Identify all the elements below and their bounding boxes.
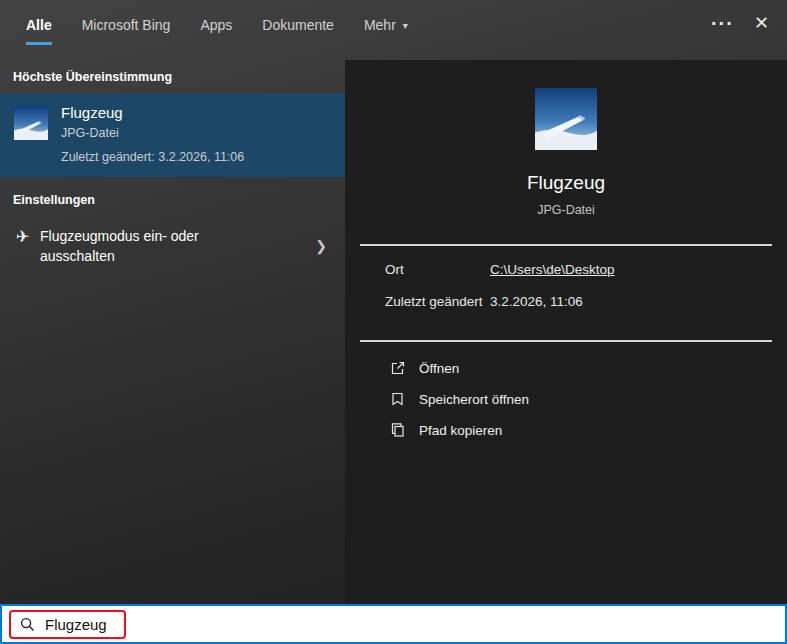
preview-panel: Flugzeug JPG-Datei Ort C:\Users\de\Deskt… [345,60,787,604]
field-label: Zuletzt geändert [385,294,490,309]
results-panel: Höchste Übereinstimmung [0,60,345,604]
file-location-link[interactable]: C:\Users\de\Desktop [490,262,615,277]
tab-dokumente[interactable]: Dokumente [262,17,334,45]
file-thumbnail-icon [14,106,48,140]
search-bar[interactable]: Flugzeug [0,604,787,644]
topbar-actions: ··· ✕ [711,13,769,33]
action-open-file-location[interactable]: Speicherort öffnen [390,391,787,407]
tab-label: Apps [200,17,232,33]
preview-subtitle: JPG-Datei [345,203,787,217]
best-match-text: Flugzeug JPG-Datei Zuletzt geändert: 3.2… [61,104,244,164]
field-row-location: Ort C:\Users\de\Desktop [385,262,763,277]
airplane-icon: ✈ [16,227,40,246]
tab-apps[interactable]: Apps [200,17,232,45]
file-details: Ort C:\Users\de\Desktop Zuletzt geändert… [345,246,787,330]
tabs-row: Alle Microsoft Bing Apps Dokumente Mehr … [0,0,787,60]
preview-title: Flugzeug [345,172,787,194]
action-open[interactable]: Öffnen [390,360,787,376]
best-match-title: Flugzeug [61,104,244,121]
action-label: Speicherort öffnen [419,392,529,407]
copy-icon [390,422,406,438]
search-input[interactable]: Flugzeug [45,616,107,633]
tab-label: Dokumente [262,17,334,33]
best-match-filetype: JPG-Datei [61,126,244,140]
action-label: Öffnen [419,361,459,376]
settings-item-label: Flugzeugmodus ein- oder ausschalten [40,226,230,267]
more-options-button[interactable]: ··· [711,13,734,33]
preview-thumbnail [535,88,597,150]
best-match-modified: Zuletzt geändert: 3.2.2026, 11:06 [61,150,244,164]
tab-alle[interactable]: Alle [26,17,52,45]
tab-label: Microsoft Bing [82,17,171,33]
settings-item-flugzeugmodus[interactable]: ✈ Flugzeugmodus ein- oder ausschalten ❯ [0,216,345,277]
settings-header: Einstellungen [0,183,345,216]
open-icon [390,360,406,376]
close-button[interactable]: ✕ [754,14,769,32]
field-row-modified: Zuletzt geändert 3.2.2026, 11:06 [385,294,763,309]
action-list: Öffnen Speicherort öffnen Pfad kopier [345,342,787,438]
action-label: Pfad kopieren [419,423,502,438]
field-label: Ort [385,262,490,277]
chevron-down-icon: ▾ [403,20,408,31]
tab-microsoft-bing[interactable]: Microsoft Bing [82,17,171,45]
annotation-highlight-box: Flugzeug [9,610,126,639]
tab-label: Mehr [364,17,396,33]
windows-search-flyout: Alle Microsoft Bing Apps Dokumente Mehr … [0,0,787,644]
action-copy-path[interactable]: Pfad kopieren [390,422,787,438]
field-value: 3.2.2026, 11:06 [490,294,583,309]
tab-label: Alle [26,17,52,33]
chevron-right-icon: ❯ [315,238,327,254]
best-match-header: Höchste Übereinstimmung [0,60,345,93]
search-icon [20,617,35,632]
best-match-item[interactable]: Flugzeug JPG-Datei Zuletzt geändert: 3.2… [0,93,345,177]
tab-mehr[interactable]: Mehr ▾ [364,17,408,45]
folder-open-icon [390,391,406,407]
